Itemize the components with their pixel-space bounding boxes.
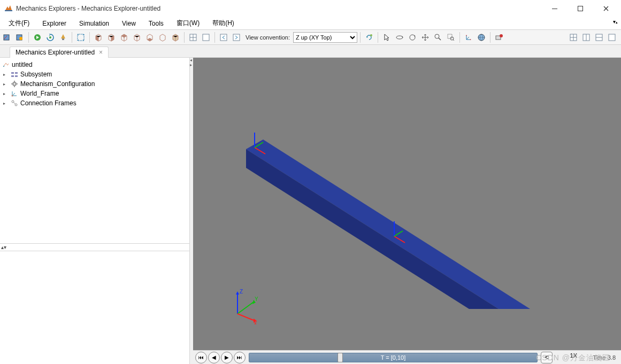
tool-model-2-icon[interactable] — [14, 32, 26, 43]
update-icon[interactable] — [44, 32, 56, 43]
zoom-region-icon[interactable] — [445, 32, 457, 43]
view-top-icon[interactable] — [118, 32, 130, 43]
playback-time: Time 3.8 — [580, 354, 619, 361]
menu-window[interactable]: 窗口(W) — [170, 18, 206, 29]
viewport-container: Z Y X ⏮ ◀ ▶ ⏭ T = [0,10] ⟲ 1X — [193, 58, 621, 364]
menu-overflow-icon[interactable]: ▾▴ — [613, 19, 618, 25]
tree-item-worldframe[interactable]: ▸ World_Frame — [0, 89, 189, 98]
step-back-button[interactable]: ◀ — [208, 352, 220, 363]
svg-point-7 — [49, 36, 51, 38]
tabstrip: Mechanics Explorer-untitled × — [0, 45, 621, 58]
properties-panel: ▴▾ — [0, 244, 189, 364]
svg-rect-2 — [578, 6, 583, 11]
menu-explorer[interactable]: Explorer — [36, 19, 73, 28]
main-area: untitled ▸ Subsystem ▸ Mechanism_Configu… — [0, 58, 621, 364]
svg-rect-34 — [11, 72, 14, 74]
tab-close-icon[interactable]: × — [99, 49, 103, 56]
zoom-icon[interactable] — [432, 32, 444, 43]
tile-3-icon[interactable] — [593, 32, 605, 43]
tree-item-subsystem[interactable]: ▸ Subsystem — [0, 69, 189, 79]
svg-marker-57 — [236, 291, 239, 295]
camera-prev-icon[interactable] — [218, 32, 229, 43]
layout-2-icon[interactable] — [200, 32, 212, 43]
solid-beam — [214, 79, 557, 309]
view-iso-icon[interactable] — [170, 32, 181, 43]
tree-root[interactable]: untitled — [0, 60, 189, 69]
app-icon — [4, 4, 13, 13]
pointer-icon[interactable] — [381, 32, 393, 43]
svg-point-40 — [12, 95, 13, 97]
expand-icon[interactable]: ▸ — [3, 82, 9, 87]
svg-rect-15 — [233, 34, 240, 41]
frame-toggle-icon[interactable] — [463, 32, 474, 43]
play-icon[interactable] — [32, 32, 43, 43]
tab-explorer[interactable]: Mechanics Explorer-untitled × — [10, 47, 109, 58]
goto-start-button[interactable]: ⏮ — [195, 352, 207, 363]
menu-tools[interactable]: Tools — [142, 19, 170, 28]
expand-icon[interactable]: ▸ — [3, 72, 9, 77]
view-left-icon[interactable] — [144, 32, 156, 43]
svg-line-62 — [237, 314, 255, 321]
svg-point-33 — [3, 66, 4, 67]
panel-collapse-icon[interactable]: ▴▾ — [0, 244, 189, 251]
tree-item-mechconfig[interactable]: ▸ Mechanism_Configuration — [0, 79, 189, 89]
titlebar: Mechanics Explorers - Mechanics Explorer… — [0, 0, 621, 17]
loop-button[interactable]: ⟲ — [541, 352, 553, 363]
svg-point-5 — [19, 37, 22, 40]
close-button[interactable] — [600, 2, 612, 15]
expand-icon[interactable]: ▸ — [3, 101, 9, 106]
svg-rect-3 — [4, 35, 9, 40]
minimize-button[interactable] — [548, 2, 561, 15]
refresh-view-icon[interactable] — [363, 32, 375, 43]
expand-icon[interactable]: ▸ — [3, 91, 9, 96]
window-title: Mechanics Explorers - Mechanics Explorer… — [16, 5, 548, 12]
menu-simulation[interactable]: Simulation — [73, 19, 116, 28]
svg-point-16 — [370, 34, 372, 36]
svg-rect-14 — [220, 34, 227, 41]
rotate-icon[interactable] — [394, 32, 405, 43]
time-range-label: T = [0,10] — [381, 354, 406, 361]
layout-1-icon[interactable] — [187, 32, 199, 43]
tree-item-connframes[interactable]: ▸ Connection Frames — [0, 98, 189, 108]
maximize-button[interactable] — [574, 2, 587, 15]
slider-thumb[interactable] — [338, 353, 343, 362]
tree-item-label: Connection Frames — [20, 99, 76, 107]
view-convention-select[interactable]: Z up (XY Top) — [293, 32, 357, 43]
svg-marker-43 — [246, 140, 534, 309]
toolbar: View convention: Z up (XY Top) — [0, 30, 621, 45]
pan-icon[interactable] — [419, 32, 431, 43]
step-forward-button[interactable]: ⏭ — [234, 352, 246, 363]
svg-rect-36 — [11, 75, 14, 77]
view-back-icon[interactable] — [105, 32, 117, 43]
view-bottom-icon[interactable] — [131, 32, 143, 43]
tile-1-icon[interactable] — [568, 32, 579, 43]
globe-icon[interactable] — [476, 32, 487, 43]
deploy-icon[interactable] — [57, 32, 69, 43]
camera-next-icon[interactable] — [231, 32, 242, 43]
roll-icon[interactable] — [407, 32, 418, 43]
menu-help[interactable]: 帮助(H) — [206, 18, 241, 29]
record-icon[interactable] — [493, 32, 505, 43]
svg-rect-1 — [552, 9, 557, 9]
3d-viewport[interactable]: Z Y X — [193, 58, 621, 350]
view-front-icon[interactable] — [93, 32, 104, 43]
view-right-icon[interactable] — [157, 32, 168, 43]
model-tree[interactable]: untitled ▸ Subsystem ▸ Mechanism_Configu… — [0, 58, 189, 244]
svg-text:Y: Y — [255, 296, 258, 302]
svg-rect-37 — [15, 75, 18, 77]
tile-4-icon[interactable] — [606, 32, 618, 43]
menu-view[interactable]: View — [116, 19, 142, 28]
menubar: 文件(F) Explorer Simulation View Tools 窗口(… — [0, 17, 621, 30]
menu-file[interactable]: 文件(F) — [2, 18, 36, 29]
svg-text:Z: Z — [240, 289, 243, 295]
fit-view-icon[interactable] — [75, 32, 87, 43]
tree-root-label: untitled — [12, 61, 33, 68]
tree-item-label: World_Frame — [20, 90, 59, 97]
axis-orientation-widget: Z Y X — [229, 287, 267, 324]
playback-speed[interactable]: 1X — [554, 352, 579, 363]
tile-2-icon[interactable] — [580, 32, 592, 43]
play-pause-button[interactable]: ▶ — [221, 352, 233, 363]
time-slider[interactable]: T = [0,10] — [249, 353, 538, 362]
tool-model-1-icon[interactable] — [1, 32, 13, 43]
svg-rect-0 — [5, 10, 12, 11]
